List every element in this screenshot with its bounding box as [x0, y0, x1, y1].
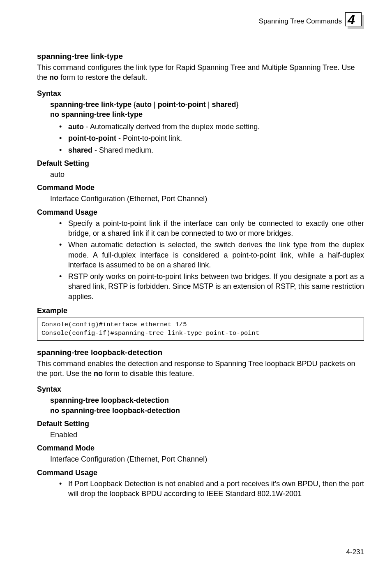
- command-mode-label: Command Mode: [37, 183, 364, 192]
- desc-text: form to disable this feature.: [103, 369, 194, 378]
- usage-list: Specify a point-to-point link if the int…: [59, 218, 364, 302]
- example-code-block: Console(config)#interface ethernet 1/5 C…: [37, 318, 364, 341]
- command-heading: spanning-tree loopback-detection: [37, 348, 364, 357]
- option-term: auto: [68, 123, 84, 131]
- usage-item: Specify a point-to-point link if the int…: [59, 218, 364, 239]
- syntax-keyword: no spanning-tree link-type: [50, 110, 143, 118]
- chapter-badge: 4: [345, 12, 364, 31]
- usage-list: If Port Loopback Detection is not enable…: [59, 479, 364, 499]
- option-desc: - Automatically derived from the duplex …: [84, 123, 260, 131]
- command-heading: spanning-tree link-type: [37, 52, 364, 61]
- option-item: auto - Automatically derived from the du…: [59, 122, 364, 132]
- desc-bold: no: [94, 369, 103, 378]
- command-mode-label: Command Mode: [37, 444, 364, 453]
- default-setting-value: auto: [50, 169, 364, 179]
- page-header: Spanning Tree Commands 4: [37, 16, 364, 39]
- syntax-keyword: no spanning-tree loopback-detection: [50, 406, 180, 415]
- command-description: This command configures the link type fo…: [37, 63, 364, 83]
- desc-text: form to restore the default.: [58, 73, 147, 81]
- syntax-label: Syntax: [37, 89, 364, 98]
- option-term: point-to-point: [68, 134, 116, 142]
- command-mode-value: Interface Configuration (Ethernet, Port …: [50, 454, 364, 464]
- syntax-label: Syntax: [37, 385, 364, 394]
- default-setting-label: Default Setting: [37, 159, 364, 168]
- page-number: 4-231: [346, 548, 364, 556]
- option-desc: - Point-to-point link.: [116, 134, 182, 142]
- option-term: shared: [68, 146, 92, 154]
- desc-text: This command enables the detection and r…: [37, 360, 355, 378]
- header-section-title: Spanning Tree Commands: [259, 17, 342, 26]
- option-item: point-to-point - Point-to-point link.: [59, 133, 364, 143]
- desc-bold: no: [49, 73, 58, 81]
- usage-item: RSTP only works on point-to-point links …: [59, 272, 364, 302]
- syntax-text: }: [236, 100, 238, 109]
- usage-item: When automatic detection is selected, th…: [59, 240, 364, 270]
- example-label: Example: [37, 306, 364, 315]
- command-mode-value: Interface Configuration (Ethernet, Port …: [50, 194, 364, 204]
- syntax-block: spanning-tree link-type {auto | point-to…: [50, 100, 364, 120]
- command-usage-label: Command Usage: [37, 469, 364, 477]
- syntax-text: {: [131, 100, 136, 109]
- command-usage-label: Command Usage: [37, 208, 364, 217]
- default-setting-label: Default Setting: [37, 420, 364, 428]
- syntax-text: |: [152, 100, 158, 109]
- default-setting-value: Enabled: [50, 430, 364, 440]
- syntax-keyword: shared: [212, 100, 236, 109]
- syntax-text: |: [206, 100, 212, 109]
- syntax-keyword: spanning-tree loopback-detection: [50, 396, 169, 404]
- syntax-block: spanning-tree loopback-detection no span…: [50, 395, 364, 415]
- syntax-keyword: spanning-tree link-type: [50, 100, 131, 109]
- syntax-keyword: auto: [136, 100, 152, 109]
- option-list: auto - Automatically derived from the du…: [59, 122, 364, 155]
- chapter-number: 4: [348, 12, 355, 28]
- option-item: shared - Shared medium.: [59, 145, 364, 155]
- command-description: This command enables the detection and r…: [37, 359, 364, 379]
- syntax-keyword: point-to-point: [158, 100, 206, 109]
- option-desc: - Shared medium.: [92, 146, 153, 154]
- usage-item: If Port Loopback Detection is not enable…: [59, 479, 364, 499]
